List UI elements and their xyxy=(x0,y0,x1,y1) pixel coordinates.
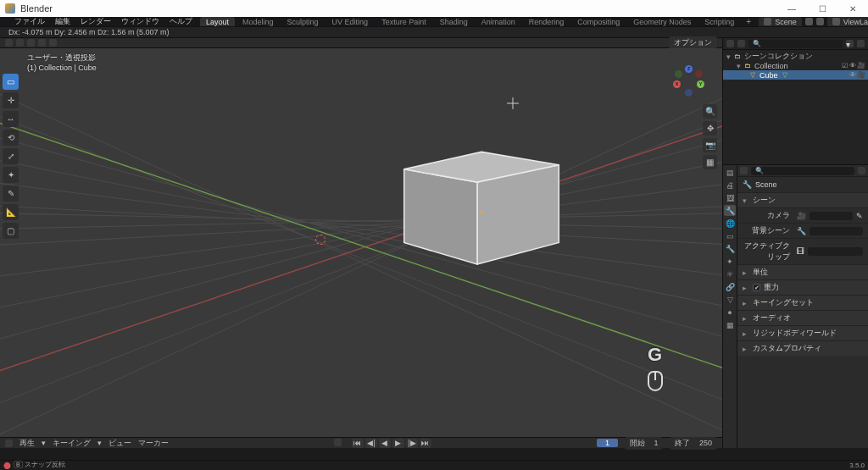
axis-x-icon[interactable]: X xyxy=(673,80,681,88)
outliner-new-collection[interactable] xyxy=(857,40,865,47)
outliner-item-scene-collection[interactable]: ▾🗀 シーンコレクション xyxy=(723,52,868,61)
tab-sculpting[interactable]: Sculpting xyxy=(281,17,325,27)
viewport-options-button[interactable]: オプション xyxy=(669,36,717,49)
gravity-checkbox[interactable]: ✔ xyxy=(753,284,760,291)
tab-render[interactable]: ▤ xyxy=(724,167,736,178)
properties-search[interactable]: 🔍 xyxy=(751,167,854,175)
prop-active-clip[interactable]: アクティブクリップ🎞 xyxy=(737,238,868,264)
jump-to-end[interactable]: ⏭ xyxy=(420,439,431,448)
tab-viewlayer[interactable]: 🖼 xyxy=(724,192,736,203)
menu-window[interactable]: ウィンドウ xyxy=(117,17,164,27)
header-button[interactable] xyxy=(38,39,46,47)
camera-view-button[interactable]: 📷 xyxy=(703,138,717,152)
tab-object[interactable]: ▭ xyxy=(724,230,736,241)
axis-neg-z-icon[interactable] xyxy=(685,89,693,97)
tab-texture[interactable]: ▦ xyxy=(724,319,736,330)
axis-neg-y-icon[interactable] xyxy=(675,70,682,78)
panel-rigid-body[interactable]: ▸リジッドボディワールド xyxy=(737,325,868,340)
tab-material[interactable]: ● xyxy=(724,307,736,318)
play-reverse[interactable]: ◀ xyxy=(379,439,391,448)
outliner-item-collection[interactable]: ▾🗀 Collection ☑👁🎥 xyxy=(723,61,868,70)
outliner-search-input[interactable]: 🔍 xyxy=(748,40,843,48)
tab-particles[interactable]: ✦ xyxy=(724,256,736,267)
keyframe-next[interactable]: |▶︎ xyxy=(406,439,418,448)
tab-shading[interactable]: Shading xyxy=(434,17,474,27)
tab-world[interactable]: 🌐 xyxy=(724,218,736,229)
nav-gizmo[interactable]: Z Y X xyxy=(673,65,705,97)
3d-viewport[interactable]: ユーザー・透視投影 (1) Collection | Cube ▭ ✛ ↔ ⟲ … xyxy=(0,48,722,437)
window-maximize-button[interactable]: ☐ xyxy=(807,0,837,17)
bgscene-input[interactable] xyxy=(810,227,863,235)
mesh-cube[interactable] xyxy=(404,152,559,264)
properties-editor-type[interactable] xyxy=(740,167,748,174)
disable-render[interactable]: 🎥 xyxy=(858,72,865,79)
tab-rendering[interactable]: Rendering xyxy=(523,17,570,27)
timeline-menu-marker[interactable]: マーカー xyxy=(138,438,169,449)
start-frame-field[interactable]: 開始 1 xyxy=(625,437,664,450)
panel-custom-props[interactable]: ▸カスタムプロパティ xyxy=(737,340,868,356)
eyedropper-icon[interactable]: ✎ xyxy=(856,212,863,220)
tab-add-button[interactable]: + xyxy=(742,17,755,26)
window-minimize-button[interactable]: — xyxy=(776,0,807,17)
panel-keying-sets[interactable]: ▸キーイングセット xyxy=(737,295,868,310)
keyframe-prev[interactable]: ◀︎| xyxy=(365,439,377,448)
tab-scene[interactable]: 🔧 xyxy=(724,205,736,216)
hide-viewport[interactable]: 👁 xyxy=(849,72,856,79)
menu-edit[interactable]: 編集 xyxy=(51,17,75,27)
tab-geometry-nodes[interactable]: Geometry Nodes xyxy=(627,17,697,27)
timeline-editor-type[interactable] xyxy=(5,440,13,447)
disable-render[interactable]: 🎥 xyxy=(858,63,865,69)
axis-z-icon[interactable]: Z xyxy=(685,65,693,73)
panel-scene[interactable]: ▾シーン xyxy=(737,192,868,207)
tab-physics[interactable]: ⚛ xyxy=(724,268,736,279)
scene-selector[interactable]: Scene xyxy=(759,17,802,27)
hide-viewport[interactable]: 👁 xyxy=(849,63,856,69)
autokey-toggle[interactable] xyxy=(334,439,342,446)
tool-select-box[interactable]: ▭ xyxy=(3,74,19,90)
timeline-menu-playback[interactable]: 再生 xyxy=(19,438,35,449)
axis-y-icon[interactable]: Y xyxy=(697,80,704,88)
tab-layout[interactable]: Layout xyxy=(200,17,235,27)
exclude-toggle[interactable]: ☑ xyxy=(841,63,848,69)
prop-camera[interactable]: カメラ🎥✎ xyxy=(737,207,868,223)
tool-scale[interactable]: ⤢ xyxy=(3,148,19,164)
axis-neg-x-icon[interactable] xyxy=(695,70,703,78)
mode-selector[interactable] xyxy=(16,39,24,47)
outliner-filter-button[interactable]: ▾ xyxy=(846,40,854,47)
tab-texture-paint[interactable]: Texture Paint xyxy=(376,17,432,27)
jump-to-start[interactable]: ⏮ xyxy=(352,439,364,448)
tab-modifier[interactable]: 🔧 xyxy=(724,243,736,254)
tool-move[interactable]: ↔ xyxy=(3,111,19,127)
tab-output[interactable]: 🖨 xyxy=(724,180,736,191)
tab-uv-editing[interactable]: UV Editing xyxy=(326,17,375,27)
viewlayer-selector[interactable]: ViewLayer xyxy=(827,17,868,27)
tab-modeling[interactable]: Modeling xyxy=(236,17,280,27)
properties-options[interactable] xyxy=(858,167,865,174)
panel-audio[interactable]: ▸オーディオ xyxy=(737,310,868,325)
tab-animation[interactable]: Animation xyxy=(476,17,521,27)
window-close-button[interactable]: ✕ xyxy=(837,0,868,17)
timeline-menu-view[interactable]: ビュー xyxy=(108,438,131,449)
panel-units[interactable]: ▸単位 xyxy=(737,264,868,279)
scene-browse-button[interactable] xyxy=(805,18,813,25)
current-frame-field[interactable]: 1 xyxy=(597,439,618,447)
panel-gravity[interactable]: ▸✔重力 xyxy=(737,279,868,295)
play[interactable]: ▶ xyxy=(392,439,404,448)
tab-data[interactable]: ▽ xyxy=(724,294,736,305)
header-button[interactable] xyxy=(49,39,57,47)
outliner-item-cube[interactable]: ▽ Cube ▽ 👁🎥 xyxy=(723,70,868,80)
tab-constraints[interactable]: 🔗 xyxy=(724,281,736,292)
clip-input[interactable] xyxy=(808,247,863,256)
editor-type-button[interactable] xyxy=(5,39,13,47)
tool-add-cube[interactable]: ▢ xyxy=(3,223,19,239)
header-button[interactable] xyxy=(27,39,35,47)
menu-file[interactable]: ファイル xyxy=(10,17,49,27)
outliner-display-mode[interactable] xyxy=(737,40,745,47)
tool-rotate[interactable]: ⟲ xyxy=(3,130,19,146)
tool-transform[interactable]: ✦ xyxy=(3,167,19,183)
pan-button[interactable]: ✥ xyxy=(703,121,717,135)
zoom-button[interactable]: 🔍 xyxy=(703,104,717,119)
tab-scripting[interactable]: Scripting xyxy=(698,17,740,27)
prop-bg-scene[interactable]: 背景シーン🔧 xyxy=(737,223,868,238)
perspective-toggle[interactable]: ▦ xyxy=(703,155,717,169)
